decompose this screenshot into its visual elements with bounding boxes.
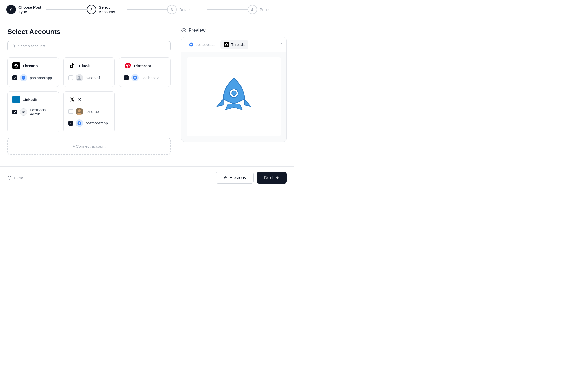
step-1[interactable]: ✓ Choose Post Type bbox=[6, 5, 46, 14]
arrow-right-icon bbox=[275, 176, 279, 180]
connect-account-button[interactable]: + Connect account bbox=[7, 138, 171, 155]
preview-tab-postboost[interactable]: postboost... bbox=[185, 40, 218, 49]
account-row[interactable]: postboostapp bbox=[12, 73, 54, 83]
right-panel: Preview postboost... Threads ⌃ bbox=[181, 28, 287, 161]
account-row[interactable]: P PostBoost Admin bbox=[12, 107, 54, 117]
pinterest-postboostapp-name: postboostapp bbox=[141, 76, 163, 80]
preview-eye-icon bbox=[181, 28, 186, 33]
platform-card-tiktok: Tiktok sxndrxo1 bbox=[63, 57, 115, 87]
step-2-circle: 2 bbox=[87, 5, 96, 14]
threads-postboostapp-name: postboostapp bbox=[30, 76, 52, 80]
x-sxndrao-checkbox[interactable] bbox=[68, 109, 73, 114]
preview-content bbox=[181, 52, 286, 142]
step-1-circle: ✓ bbox=[6, 5, 16, 14]
preview-header: Preview bbox=[181, 28, 287, 33]
previous-label: Previous bbox=[230, 175, 246, 180]
tiktok-sxndrxo1-name: sxndrxo1 bbox=[86, 76, 101, 80]
x-sxndrao-avatar bbox=[76, 108, 83, 115]
svg-point-4 bbox=[78, 109, 81, 112]
account-row[interactable]: postboostapp bbox=[124, 73, 166, 83]
footer-nav: Previous Next bbox=[216, 172, 287, 184]
preview-tab2-label: Threads bbox=[231, 42, 244, 47]
footer: Clear Previous Next bbox=[0, 166, 294, 189]
account-row[interactable]: postboostapp bbox=[68, 118, 110, 128]
previous-button[interactable]: Previous bbox=[216, 172, 254, 184]
threads-platform-name: Threads bbox=[22, 64, 38, 68]
next-label: Next bbox=[264, 175, 273, 180]
preview-tab1-label: postboost... bbox=[196, 42, 215, 47]
step-connector-1 bbox=[46, 9, 86, 10]
step-1-label: Choose Post Type bbox=[18, 5, 46, 14]
step-3[interactable]: 3 Details bbox=[167, 5, 207, 14]
linkedin-platform-name: Linkedin bbox=[22, 97, 39, 102]
platform-header-x: X bbox=[68, 96, 110, 103]
step-4-label: Publish bbox=[260, 7, 273, 12]
platform-header-tiktok: Tiktok bbox=[68, 62, 110, 69]
preview-container: postboost... Threads ⌃ bbox=[181, 37, 287, 142]
svg-line-1 bbox=[14, 47, 15, 48]
arrow-left-icon bbox=[223, 176, 228, 180]
x-platform-icon bbox=[68, 96, 76, 103]
pinterest-platform-name: Pinterest bbox=[134, 64, 151, 68]
pinterest-platform-icon bbox=[124, 62, 131, 69]
step-2-label: Select Accounts bbox=[99, 5, 127, 14]
linkedin-postboost-avatar: P bbox=[20, 108, 27, 116]
next-button[interactable]: Next bbox=[257, 172, 287, 184]
platform-card-linkedin: in Linkedin P PostBoost Admin bbox=[7, 91, 59, 132]
x-platform-name: X bbox=[78, 97, 81, 102]
tiktok-sxndrxo1-avatar bbox=[76, 74, 83, 81]
rocket-preview-icon bbox=[210, 73, 258, 121]
platform-header-threads: Threads bbox=[12, 62, 54, 69]
threads-tab-icon bbox=[224, 42, 229, 47]
preview-tab-threads[interactable]: Threads bbox=[220, 40, 248, 49]
threads-postboostapp-avatar bbox=[20, 74, 27, 81]
stepper: ✓ Choose Post Type 2 Select Accounts 3 D… bbox=[0, 0, 294, 19]
step-4-circle: 4 bbox=[248, 5, 257, 14]
account-grid: Threads postboostapp Tiktok bbox=[7, 57, 171, 132]
account-row[interactable]: sxndrao bbox=[68, 107, 110, 116]
pinterest-postboostapp-checkbox[interactable] bbox=[124, 75, 129, 80]
svg-point-5 bbox=[183, 30, 185, 31]
platform-card-x: X sxndrao postboostapp bbox=[63, 91, 115, 132]
tiktok-platform-icon bbox=[68, 62, 76, 69]
platform-card-threads: Threads postboostapp bbox=[7, 57, 59, 87]
clear-icon bbox=[7, 176, 12, 180]
threads-platform-icon bbox=[12, 62, 20, 69]
search-icon bbox=[11, 44, 15, 48]
preview-image-box bbox=[187, 57, 281, 136]
account-row[interactable]: sxndrxo1 bbox=[68, 73, 110, 83]
clear-button[interactable]: Clear bbox=[7, 176, 23, 180]
postboost-tab-icon bbox=[189, 42, 194, 47]
clear-label: Clear bbox=[14, 176, 23, 180]
platform-header-pinterest: Pinterest bbox=[124, 62, 166, 69]
page-title: Select Accounts bbox=[7, 28, 171, 36]
x-postboostapp-avatar bbox=[76, 119, 83, 127]
preview-title: Preview bbox=[189, 28, 205, 33]
preview-tabs: postboost... Threads ⌃ bbox=[181, 37, 286, 52]
step-3-circle: 3 bbox=[167, 5, 177, 14]
step-4[interactable]: 4 Publish bbox=[248, 5, 288, 14]
linkedin-platform-icon: in bbox=[12, 96, 20, 103]
search-input[interactable] bbox=[18, 44, 167, 48]
search-bar bbox=[7, 41, 171, 51]
platform-card-pinterest: Pinterest postboostapp bbox=[119, 57, 171, 87]
pinterest-postboostapp-avatar bbox=[131, 74, 139, 81]
left-panel: Select Accounts Threads bbox=[7, 28, 171, 161]
svg-point-7 bbox=[232, 91, 236, 96]
linkedin-postboost-name: PostBoost Admin bbox=[30, 108, 54, 116]
x-sxndrao-name: sxndrao bbox=[86, 109, 99, 114]
preview-chevron-icon[interactable]: ⌃ bbox=[280, 43, 283, 46]
x-postboostapp-checkbox[interactable] bbox=[68, 121, 73, 126]
main-layout: Select Accounts Threads bbox=[0, 19, 294, 161]
x-postboostapp-name: postboostapp bbox=[86, 121, 108, 125]
tiktok-platform-name: Tiktok bbox=[78, 64, 90, 68]
step-3-label: Details bbox=[179, 7, 191, 12]
connect-account-label: + Connect account bbox=[73, 144, 106, 148]
threads-postboostapp-checkbox[interactable] bbox=[12, 75, 17, 80]
tiktok-sxndrxo1-checkbox[interactable] bbox=[68, 75, 73, 80]
step-2[interactable]: 2 Select Accounts bbox=[87, 5, 127, 14]
step-connector-3 bbox=[207, 9, 247, 10]
linkedin-postboost-checkbox[interactable] bbox=[12, 110, 17, 114]
platform-header-linkedin: in Linkedin bbox=[12, 96, 54, 103]
step-connector-2 bbox=[127, 9, 167, 10]
